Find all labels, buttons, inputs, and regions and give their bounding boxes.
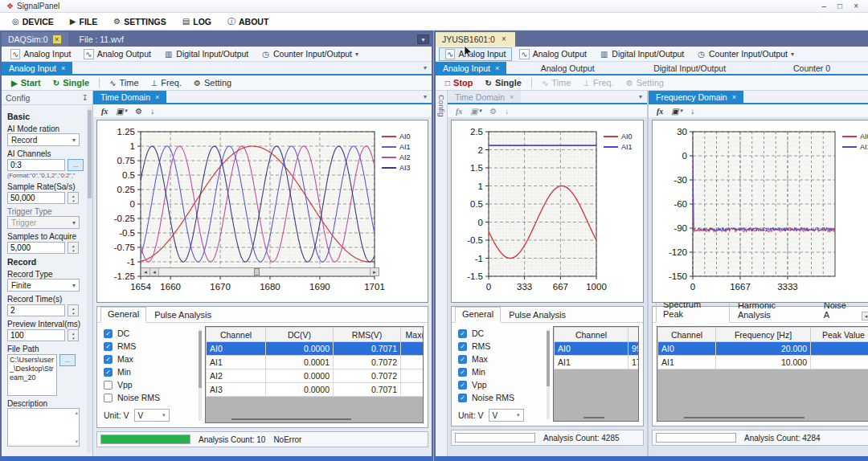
description-field[interactable]: ▴ ▾	[7, 408, 80, 447]
module-analog-input[interactable]: ∿ Analog Input	[5, 48, 76, 60]
ai-channels-field[interactable]	[7, 159, 65, 171]
close-icon[interactable]: ×	[61, 64, 65, 72]
time-view-button[interactable]: ∿ Time	[104, 78, 143, 88]
preview-interval-field[interactable]	[7, 329, 65, 341]
record-time-field[interactable]	[7, 304, 65, 316]
checkbox-min[interactable]: Min	[458, 365, 545, 378]
setting-button[interactable]: ⚙ Setting	[189, 78, 236, 88]
stop-button[interactable]: □ Stop	[440, 78, 478, 88]
scroll-left-icon[interactable]: ◂	[141, 268, 150, 275]
chevron-down-icon[interactable]: ▾	[419, 93, 432, 100]
fx-icon[interactable]: fx	[657, 107, 663, 116]
config-scrollbar[interactable]	[87, 107, 92, 453]
ai-mode-select[interactable]: Record ▾	[7, 133, 80, 146]
table-row[interactable]: AI10.00010.70721.0	[207, 356, 424, 369]
tab-scroll-left-icon[interactable]: ◂	[862, 312, 868, 320]
checkbox-noise-rms[interactable]: Noise RMS	[104, 391, 197, 404]
record-time-stepper[interactable]: ▴▾	[68, 304, 79, 316]
checkbox-vpp[interactable]: Vpp	[458, 378, 545, 391]
close-icon[interactable]: ×	[52, 35, 62, 44]
table-scrollbar[interactable]	[231, 418, 351, 420]
menu-device[interactable]: ◎ DEVICE	[5, 15, 61, 28]
tab-digital-io[interactable]: Digital Input/Output	[628, 62, 751, 74]
table-row[interactable]: AI117	[555, 356, 640, 369]
single-button[interactable]: ↻ Single	[48, 78, 94, 88]
checkbox-vpp[interactable]: Vpp	[104, 378, 197, 391]
table-scrollbar[interactable]	[684, 417, 805, 418]
module-analog-output[interactable]: ∿ Analog Output	[78, 48, 157, 60]
freq-view-button[interactable]: ⊥ Freq.	[578, 78, 618, 88]
table-row[interactable]: AI099	[555, 342, 640, 356]
close-icon[interactable]: ×	[732, 93, 736, 101]
browse-channels-button[interactable]: ...	[68, 159, 84, 171]
sample-rate-stepper[interactable]: ▴▾	[68, 192, 79, 204]
samples-stepper[interactable]: ▴▾	[68, 242, 79, 254]
tab-time-domain[interactable]: Time Domain ×	[93, 91, 166, 103]
module-counter-io[interactable]: ◷ Counter Input/Output ▾	[691, 48, 800, 59]
tab-general[interactable]: General	[100, 307, 146, 323]
pin-icon[interactable]: ↓	[690, 107, 694, 116]
chevron-down-icon[interactable]: ▾	[419, 64, 432, 71]
preview-interval-stepper[interactable]: ▴▾	[68, 329, 79, 341]
single-button[interactable]: ↻ Single	[481, 78, 526, 88]
unit-select[interactable]: V ▾	[489, 409, 524, 422]
scroll-right-icon[interactable]: ▸	[370, 268, 379, 275]
tab-analog-input[interactable]: Analog Input ×	[436, 62, 506, 74]
checkbox-list-scrollbar[interactable]	[199, 329, 202, 421]
pin-icon[interactable]: ↓	[150, 107, 154, 116]
checkbox-max[interactable]: Max	[104, 353, 197, 365]
freq-view-button[interactable]: ⊥ Freq.	[146, 78, 186, 88]
tab-general[interactable]: General	[455, 307, 501, 323]
module-digital-io[interactable]: ▥ Digital Input/Output	[594, 48, 690, 59]
checkbox-dc[interactable]: DC	[458, 327, 545, 340]
samples-field[interactable]	[7, 242, 65, 254]
pin-icon[interactable]: ↓	[505, 107, 509, 116]
module-counter-io[interactable]: ◷ Counter Input/Output ▾	[256, 48, 364, 59]
save-icon[interactable]: ▣▾	[671, 107, 682, 116]
tab-analog-output[interactable]: Analog Output	[506, 62, 628, 74]
table-row[interactable]: AI110.000	[658, 356, 868, 369]
checkbox-list-scrollbar[interactable]	[547, 329, 550, 419]
save-icon[interactable]: ▣▾	[116, 107, 127, 116]
scroll-up-icon[interactable]: ▴	[75, 410, 78, 416]
time-view-button[interactable]: ∿ Time	[537, 78, 575, 88]
sample-rate-field[interactable]	[7, 192, 65, 204]
unit-select[interactable]: V ▾	[134, 409, 170, 422]
scroll-down-icon[interactable]: ▾	[75, 439, 78, 445]
setting-button[interactable]: ⚙ Setting	[621, 78, 669, 88]
window-menu-button[interactable]: ▾	[417, 35, 429, 44]
file-path-value[interactable]: C:\Users\user_\Desktop\Stream_20	[7, 354, 57, 396]
table-row[interactable]: AI00.00000.70711.0	[207, 342, 424, 356]
module-digital-io[interactable]: ▥ Digital Input/Output	[158, 48, 254, 59]
minimize-button[interactable]: –	[822, 2, 827, 10]
tab-time-domain[interactable]: Time Domain ×	[448, 91, 521, 103]
maximize-button[interactable]: □	[837, 2, 842, 10]
checkbox-min[interactable]: Min	[104, 365, 197, 378]
pin-icon[interactable]: ↧	[82, 93, 88, 102]
record-type-select[interactable]: Finite ▾	[7, 279, 80, 292]
menu-file[interactable]: ▶ FILE	[63, 15, 104, 28]
plot-horizontal-scrollbar[interactable]: ◂ ◂ ▸	[141, 267, 379, 276]
menu-about[interactable]: ⓘ ABOUT	[220, 14, 276, 29]
start-button[interactable]: ▶ Start	[6, 78, 46, 88]
collapsed-config-tab[interactable]: Config	[436, 91, 448, 456]
table-row[interactable]: AI20.00000.70721.0	[207, 369, 424, 383]
checkbox-rms[interactable]: RMS	[104, 340, 197, 353]
close-icon[interactable]: ×	[510, 93, 514, 101]
menu-log[interactable]: ▤ LOG	[175, 15, 219, 28]
close-button[interactable]: ×	[854, 2, 858, 10]
daqsim-title-tab[interactable]: DAQSim:0 ×	[2, 32, 68, 47]
chevron-down-icon[interactable]: ▾	[634, 93, 647, 100]
gear-icon[interactable]: ⚙	[489, 107, 497, 116]
fx-icon[interactable]: fx	[456, 107, 462, 116]
module-analog-output[interactable]: ∿ Analog Output	[514, 48, 592, 60]
checkbox-max[interactable]: Max	[458, 353, 545, 365]
table-row[interactable]: AI020.000	[658, 342, 868, 356]
tab-pulse-analysis[interactable]: Pulse Analysis	[502, 308, 572, 322]
close-icon[interactable]: ×	[495, 64, 499, 72]
gear-icon[interactable]: ⚙	[135, 107, 142, 116]
jyusb-title-tab[interactable]: JYUSB1601:0 ×	[436, 32, 515, 47]
tab-counter-0[interactable]: Counter 0	[751, 62, 868, 74]
menu-settings[interactable]: ⚙ SETTINGS	[106, 15, 173, 28]
save-icon[interactable]: ▣▾	[470, 107, 481, 116]
